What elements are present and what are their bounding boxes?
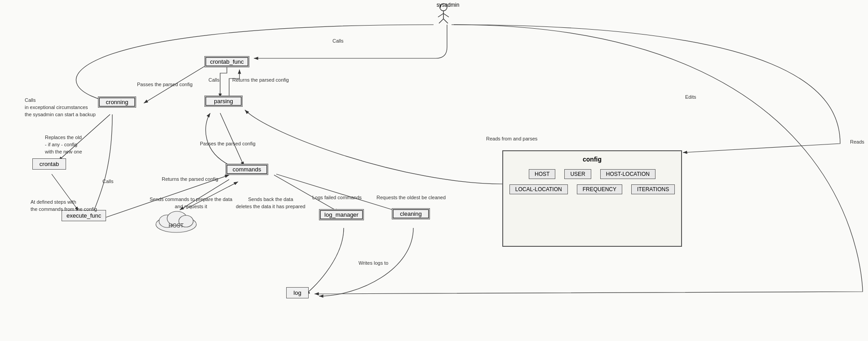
cronning-node: cronning [98, 96, 136, 108]
edge-label-calls-2: Calls [102, 179, 113, 184]
edge-label-sends-commands: Sends commands to prepare the dataand re… [150, 196, 232, 210]
edge-label-returns-parsed-1: Returns the parsed config [232, 77, 289, 83]
edge-label-sends-back: Sends back the datadeletes the data it h… [236, 196, 306, 210]
svg-line-5 [443, 13, 449, 17]
log-manager-node: log_manager [319, 209, 364, 220]
edge-label-calls-1: Calls [208, 77, 219, 83]
edge-label-edits: Edits [685, 94, 696, 100]
sysadmin-actor: sysadmin [434, 3, 461, 8]
edge-label-passes-parsed-2: Passes the parsed config [200, 141, 256, 146]
edge-label-returns-parsed-2: Returns the parsed config [162, 176, 218, 182]
edge-label-replaces-old: Replaces the old- if any - configwith th… [45, 134, 82, 155]
crontab-label: crontab [37, 161, 61, 167]
config-frequency: FREQUENCY [577, 184, 622, 194]
crontab-func-node: crontab_func [204, 56, 249, 67]
edge-label-calls-top: Calls [332, 38, 343, 44]
svg-line-4 [438, 13, 443, 17]
config-title: config [508, 156, 677, 163]
edge-label-passes-parsed-1: Passes the parsed config [137, 82, 193, 87]
parsing-label: parsing [209, 98, 238, 105]
config-user: USER [564, 169, 591, 179]
edge-label-at-defined-steps: At defined steps withthe commands from t… [31, 198, 97, 213]
config-host: HOST [529, 169, 555, 179]
log-label: log [291, 289, 304, 296]
log-manager-label: log_manager [324, 211, 359, 218]
cronning-label: cronning [103, 99, 131, 105]
commands-node: commands [226, 164, 268, 175]
parsing-node: parsing [204, 96, 243, 107]
config-box: config HOST USER HOST-LOCATION LOCAL-LOC… [502, 150, 682, 247]
cleaning-node: cleaning [392, 208, 430, 219]
config-host-location: HOST-LOCATION [600, 169, 655, 179]
crontab-node: crontab [32, 158, 66, 170]
edge-label-reads-parses: Reads from and parses [486, 136, 537, 141]
edge-label-writes-logs: Writes logs to [359, 260, 388, 266]
edge-label-logs-failed: Logs failed commands [312, 195, 362, 200]
edge-label-reads-right: Reads [850, 139, 864, 144]
crontab-func-label: crontab_func [209, 58, 244, 65]
cleaning-label: cleaning [397, 210, 425, 217]
execute-func-label: execute_func [66, 212, 101, 219]
config-iterations: ITERATIONS [631, 184, 675, 194]
commands-label: commands [230, 166, 263, 173]
config-local-location: LOCAL-LOCATION [509, 184, 568, 194]
svg-line-6 [439, 19, 443, 23]
svg-text:HOST: HOST [168, 223, 184, 229]
svg-point-2 [440, 4, 447, 11]
edge-label-requests-oldest: Requests the oldest be cleaned [376, 195, 446, 200]
log-node: log [286, 287, 309, 298]
svg-line-7 [443, 19, 448, 23]
edge-label-calls-exceptional: Callsin exceptional circumstancesthe sys… [25, 96, 96, 118]
